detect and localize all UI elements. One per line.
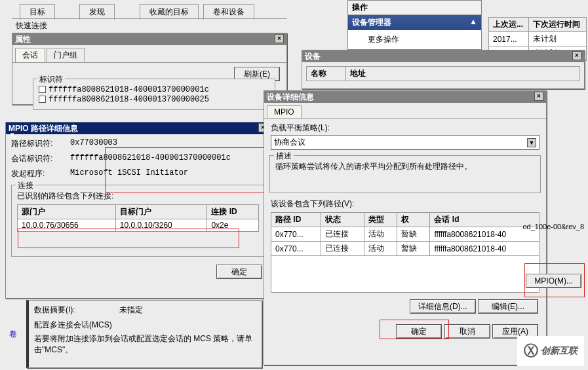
- tab-mpio[interactable]: MPIO: [267, 105, 302, 118]
- edit-button[interactable]: 编辑(E)...: [478, 299, 538, 314]
- col-type: 类型: [364, 213, 397, 227]
- more-actions[interactable]: 更多操作: [348, 30, 481, 49]
- checkbox[interactable]: [39, 86, 46, 93]
- info-panel: 数据摘要(I):未指定 配置多连接会话(MCS) 若要将附加连接添加到会话或配置…: [26, 300, 262, 368]
- col-path-id: 路径 ID: [271, 213, 321, 227]
- mpio-titlebar: MPIO 路径详细信息 ×: [6, 122, 270, 134]
- col-target-portal: 目标门户: [115, 205, 207, 219]
- identifier-value: ffffffa8008621018-4000013700000025: [49, 95, 209, 104]
- initiator-label: 发起程序:: [11, 168, 70, 179]
- checkbox[interactable]: [39, 96, 46, 103]
- desc-text: 循环策略尝试将传入的请求平均分配到所有处理路径中。: [275, 161, 535, 172]
- cell: 已连接: [321, 242, 364, 256]
- devices-window: 设备 × 名称地址: [302, 50, 585, 89]
- path-id-label: 路径标识符:: [11, 138, 70, 149]
- mcs-title: 配置多连接会话(MCS): [34, 320, 256, 331]
- col-nextrun: 下次运行时间: [529, 18, 587, 32]
- cell: 活动: [364, 242, 397, 256]
- mcs-desc: 若要将附加连接添加到会话或配置选定会话的 MCS 策略，请单击"MCS"。: [34, 333, 256, 356]
- details-title: 设备详细信息: [267, 91, 314, 103]
- cell: 未计划: [529, 32, 587, 46]
- paths-table: 路径 ID 状态 类型 权 会话 Id 0x770... 已连接 活动 暂缺 f…: [271, 212, 539, 256]
- connections-desc: 已识别的路径包含下列连接:: [17, 191, 259, 202]
- connections-table: 源门户 目标门户 连接 ID 10.0.0.76/30656 10.0.0.10…: [17, 204, 259, 232]
- details-button[interactable]: 详细信息(D)...: [410, 299, 476, 314]
- col-lastrun: 上次运...: [489, 18, 529, 32]
- col-source-portal: 源门户: [18, 205, 116, 219]
- initiator-value: Microsoft iSCSI Initiator: [70, 168, 188, 179]
- cancel-button[interactable]: 取消: [444, 324, 490, 339]
- details-titlebar: 设备详细信息 ×: [264, 91, 546, 103]
- table-row[interactable]: 10.0.0.76/30656 10.0.0.10/3260 0x2e: [18, 219, 259, 232]
- tab-portal-group[interactable]: 门户组: [47, 48, 85, 62]
- session-id-value: ffffffa8008621018-400001370000001c: [70, 153, 231, 164]
- table-row[interactable]: 0x770... 已连接 活动 暂缺 ffffffa8008621018-40: [271, 242, 539, 256]
- logo-icon: Ⓧ: [524, 341, 538, 361]
- cell: 暂缺: [397, 242, 430, 256]
- paths-label: 该设备包含下列路径(V):: [271, 198, 539, 210]
- cell: 10.0.0.10/3260: [115, 219, 207, 232]
- path-id-value: 0x77030003: [70, 138, 117, 149]
- cell: 暂缺: [397, 227, 430, 242]
- devices-table: 名称地址: [306, 66, 580, 81]
- logo-text: 创新互联: [541, 345, 578, 357]
- connections-legend: 连接: [16, 180, 35, 191]
- col-weight: 权: [397, 213, 430, 227]
- load-balance-label: 负载平衡策略(L):: [264, 119, 546, 135]
- cell: 活动: [364, 227, 397, 242]
- identifier-row[interactable]: ffffffa8008621018-400001370000001c: [39, 84, 269, 94]
- actions-title: 操作: [348, 1, 481, 15]
- close-icon[interactable]: ×: [275, 34, 284, 43]
- devices-title: 设备: [305, 50, 321, 62]
- actions-header[interactable]: 设备管理器 ▲: [348, 15, 481, 30]
- device-label: od_100e-00&rev_8: [522, 223, 584, 231]
- col-connection-id: 连接 ID: [207, 205, 259, 219]
- data-summary-value: 未指定: [119, 305, 143, 316]
- data-summary-label: 数据摘要(I):: [34, 305, 119, 316]
- desc-legend: 描述: [274, 151, 294, 162]
- cell: 0x2e: [207, 219, 259, 232]
- tab-target[interactable]: 目标: [20, 4, 55, 20]
- chevron-down-icon[interactable]: ▼: [527, 138, 536, 147]
- mpio-title: MPIO 路径详细信息: [9, 122, 78, 134]
- tab-discover[interactable]: 发现: [79, 4, 115, 20]
- identifier-row[interactable]: ffffffa8008621018-4000013700000025: [39, 94, 269, 104]
- col-addr: 地址: [346, 67, 580, 81]
- arrow-up-icon[interactable]: ▲: [469, 17, 477, 28]
- mpio-window: MPIO 路径详细信息 × 路径标识符:0x77030003 会话标识符:fff…: [5, 122, 271, 299]
- cell: 0x770...: [271, 242, 321, 256]
- cell: 已连接: [321, 227, 364, 242]
- cell: 10.0.0.76/30656: [18, 219, 116, 232]
- col-status: 状态: [321, 213, 364, 227]
- devices-titlebar: 设备 ×: [302, 50, 584, 62]
- tab-vol[interactable]: 卷和设备: [203, 4, 254, 20]
- load-balance-value: 协商会议: [274, 137, 305, 148]
- close-icon[interactable]: ×: [534, 92, 543, 101]
- device-details-window: 设备详细信息 × MPIO 负载平衡策略(L): 协商会议 ▼ 描述 循环策略尝…: [264, 90, 547, 365]
- properties-titlebar: 属性 ×: [12, 33, 286, 45]
- device-manager-label: 设备管理器: [352, 17, 391, 28]
- session-id-label: 会话标识符:: [11, 153, 70, 164]
- tab-session[interactable]: 会话: [15, 48, 45, 62]
- table-row[interactable]: 0x770... 已连接 活动 暂缺 ffffffa8008621018-40: [271, 227, 539, 242]
- ok-button[interactable]: 确定: [396, 324, 442, 339]
- identifier-value: ffffffa8008621018-400001370000001c: [49, 85, 209, 94]
- logo: Ⓧ 创新互联: [517, 336, 584, 366]
- ok-button[interactable]: 确定: [216, 265, 262, 279]
- cell: ffffffa8008621018-40: [430, 242, 539, 256]
- tab-fav[interactable]: 收藏的目标: [140, 4, 199, 20]
- quick-connect-label: 快速连接: [12, 18, 287, 33]
- mpio-button[interactable]: MPIO(M)...: [526, 274, 581, 288]
- col-name: 名称: [307, 67, 346, 81]
- properties-title: 属性: [15, 33, 31, 45]
- cell: 2017...: [489, 32, 529, 46]
- identifier-legend: 标识符: [37, 74, 65, 85]
- close-icon[interactable]: ×: [572, 51, 581, 60]
- load-balance-dropdown[interactable]: 协商会议 ▼: [271, 135, 539, 150]
- cell: 0x770...: [271, 227, 321, 242]
- left-nav-char[interactable]: 卷: [9, 329, 17, 340]
